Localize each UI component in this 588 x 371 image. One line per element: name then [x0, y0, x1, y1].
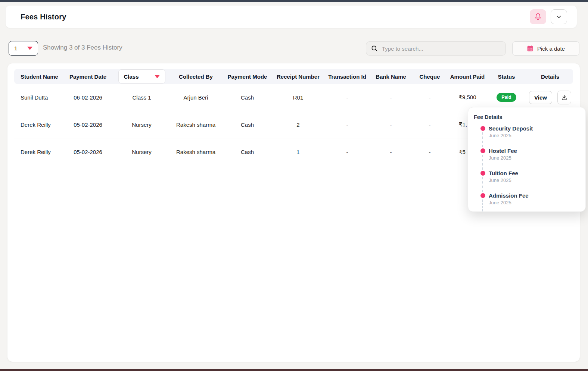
- window-top-edge: [0, 0, 588, 2]
- cell-transaction-id: -: [324, 122, 371, 128]
- header-bar: Fees History: [6, 6, 577, 28]
- cell-payment-date: 05-02-2026: [62, 122, 114, 128]
- cell-collected-by: Rakesh sharma: [169, 122, 222, 128]
- search-box: [366, 41, 506, 56]
- fee-period: June 2025: [489, 133, 585, 138]
- cell-details: View: [526, 91, 574, 104]
- cell-bank-name: -: [371, 122, 411, 128]
- window-bottom-edge: [0, 369, 588, 371]
- cell-cheque: -: [411, 149, 448, 155]
- col-collected-by: Collected By: [169, 73, 222, 80]
- timeline-dot-icon: [480, 193, 485, 198]
- toolbar: 1 Showing 3 of 3 Fees History: [0, 41, 588, 56]
- fee-name: Tuition Fee: [489, 170, 585, 176]
- bell-icon: [534, 13, 542, 21]
- calendar-icon: [527, 45, 533, 52]
- fee-period: June 2025: [489, 200, 585, 205]
- pick-date-button[interactable]: Pick a date: [512, 41, 579, 56]
- cell-cheque: -: [411, 94, 448, 101]
- notifications-button[interactable]: [530, 9, 546, 24]
- fee-timeline-item: Tuition Fee June 2025: [474, 170, 585, 192]
- col-student-name: Student Name: [14, 73, 62, 80]
- cell-collected-by: Arjun Beri: [169, 94, 222, 101]
- cell-class: Class 1: [114, 94, 169, 101]
- fee-period: June 2025: [489, 177, 585, 183]
- cell-class: Nursery: [114, 122, 169, 128]
- cell-transaction-id: -: [324, 94, 371, 101]
- search-input[interactable]: [382, 45, 501, 52]
- fee-timeline-item: Hostel Fee June 2025: [474, 148, 585, 170]
- cell-receipt-number: R01: [273, 94, 324, 101]
- timeline-dot-icon: [480, 171, 485, 176]
- timeline-dot-icon: [480, 148, 485, 153]
- fee-name: Admission Fee: [489, 192, 585, 199]
- cell-payment-mode: Cash: [222, 94, 273, 101]
- status-badge-paid: Paid: [497, 93, 516, 102]
- cell-payment-date: 06-02-2026: [62, 94, 114, 101]
- search-icon: [371, 45, 378, 52]
- header-collapse-button[interactable]: [551, 9, 567, 24]
- cell-receipt-number: 2: [273, 122, 324, 128]
- cell-student-name: Derek Reilly: [14, 122, 62, 128]
- cell-cheque: -: [411, 122, 448, 128]
- fee-name: Hostel Fee: [489, 148, 585, 154]
- page-title: Fees History: [21, 13, 66, 21]
- cell-student-name: Sunil Dutta: [14, 94, 62, 101]
- col-class: Class: [114, 69, 169, 84]
- col-cheque: Cheque: [411, 73, 448, 80]
- fee-period: June 2025: [489, 155, 585, 161]
- col-amount-paid: Amount Paid: [448, 73, 486, 80]
- download-icon: [561, 94, 567, 101]
- fee-timeline-item: Admission Fee June 2025: [474, 192, 585, 215]
- col-transaction-id: Transaction Id: [324, 73, 371, 80]
- cell-payment-mode: Cash: [222, 149, 273, 155]
- cell-payment-date: 05-02-2026: [62, 149, 114, 155]
- col-payment-mode: Payment Mode: [222, 73, 273, 80]
- col-payment-date: Payment Date: [62, 73, 114, 80]
- caret-down-icon: [27, 47, 32, 50]
- fee-timeline-item: Security Deposit June 2025: [474, 125, 585, 148]
- fee-details-popover: Fee Details Security Deposit June 2025 H…: [468, 107, 586, 212]
- cell-class: Nursery: [114, 149, 169, 155]
- popover-title: Fee Details: [474, 114, 585, 120]
- page-size-select[interactable]: 1: [9, 41, 38, 56]
- header-actions: [530, 9, 567, 24]
- class-filter-dropdown[interactable]: Class: [118, 69, 165, 84]
- cell-student-name: Derek Reilly: [14, 149, 62, 155]
- cell-payment-mode: Cash: [222, 122, 273, 128]
- col-receipt-number: Receipt Number: [273, 73, 324, 80]
- page-size-value: 1: [14, 45, 17, 51]
- download-button[interactable]: [557, 91, 571, 104]
- pick-date-label: Pick a date: [537, 45, 565, 52]
- cell-bank-name: -: [371, 149, 411, 155]
- fee-name: Security Deposit: [489, 125, 585, 132]
- cell-bank-name: -: [371, 94, 411, 101]
- cell-collected-by: Rakesh sharma: [169, 149, 222, 155]
- results-count-text: Showing 3 of 3 Fees History: [43, 44, 122, 51]
- class-filter-label: Class: [124, 73, 139, 80]
- cell-receipt-number: 1: [273, 149, 324, 155]
- chevron-down-icon: [556, 14, 562, 20]
- cell-amount-paid: ₹9,500: [448, 94, 486, 101]
- cell-transaction-id: -: [324, 149, 371, 155]
- col-status: Status: [486, 73, 526, 80]
- table-header-row: Student Name Payment Date Class Collecte…: [14, 69, 573, 84]
- cell-status: Paid: [486, 93, 526, 102]
- timeline-dot-icon: [480, 126, 485, 131]
- view-button[interactable]: View: [529, 91, 552, 104]
- col-bank-name: Bank Name: [371, 73, 411, 80]
- col-details: Details: [526, 73, 574, 80]
- caret-down-icon: [155, 75, 160, 78]
